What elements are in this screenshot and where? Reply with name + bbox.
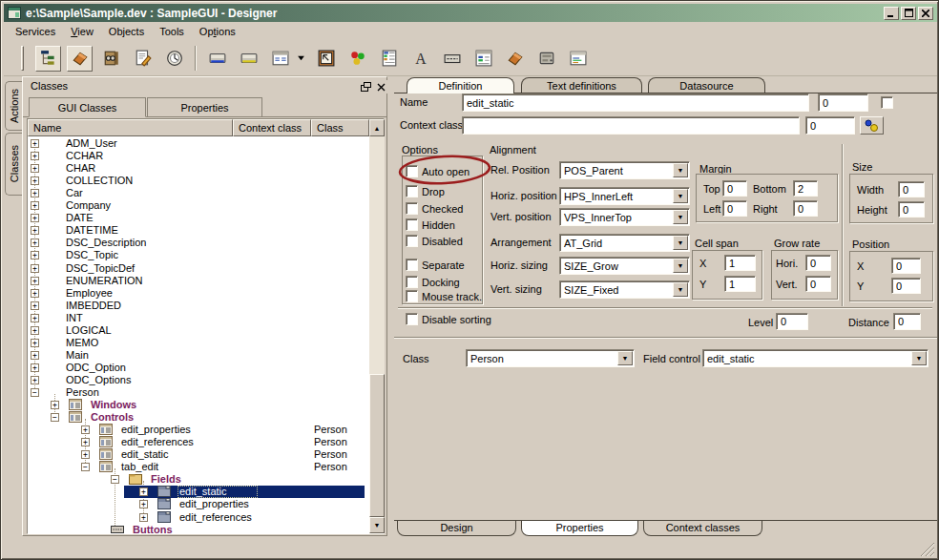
docking-checkbox[interactable]	[406, 276, 418, 288]
expand-icon[interactable]: +	[31, 289, 39, 298]
chevron-down-icon[interactable]: ▼	[911, 351, 927, 365]
close-button[interactable]	[918, 7, 933, 20]
expand-icon[interactable]: +	[31, 264, 39, 273]
expand-icon[interactable]: +	[31, 301, 39, 310]
tree-item-char[interactable]: +CHAR	[28, 162, 369, 175]
hierarchy-icon[interactable]	[35, 46, 61, 72]
tree-item-buttons[interactable]: Buttons	[28, 524, 369, 534]
tree-item-edit-properties[interactable]: +edit_propertiesPerson	[28, 424, 369, 436]
name-checkbox[interactable]	[881, 96, 893, 109]
column-header-class[interactable]: Class	[311, 119, 369, 136]
horiz-position-select[interactable]: HPS_InnerLeft▼	[559, 187, 690, 205]
expand-icon[interactable]: +	[31, 277, 39, 285]
tab-properties[interactable]: Properties	[521, 521, 638, 536]
manual-icon[interactable]	[98, 46, 124, 72]
expand-icon[interactable]: +	[31, 201, 39, 210]
edit-document-icon[interactable]	[130, 46, 156, 72]
expand-icon[interactable]: +	[31, 176, 39, 185]
tree-item-odc-option[interactable]: +ODC_Option	[28, 362, 369, 374]
disable-sorting-checkbox[interactable]	[406, 313, 418, 325]
side-tab-actions[interactable]: Actions	[5, 81, 22, 131]
drive-blue-icon[interactable]	[204, 46, 230, 72]
palette-icon[interactable]	[344, 46, 370, 72]
expand-icon[interactable]: +	[31, 251, 39, 259]
hidden-checkbox[interactable]	[406, 218, 418, 231]
vert-position-select[interactable]: VPS_InnerTop▼	[559, 208, 690, 226]
chevron-down-icon[interactable]: ▼	[673, 259, 688, 273]
tree-item-logical[interactable]: +LOGICAL	[28, 324, 369, 337]
tab-gui-classes[interactable]: GUI Classes	[29, 97, 146, 117]
report-icon[interactable]	[376, 46, 402, 72]
chevron-down-icon[interactable]: ▼	[673, 210, 688, 224]
arrangement-select[interactable]: AT_Grid▼	[559, 234, 690, 252]
tree-item-edit-static[interactable]: +edit_staticPerson	[28, 448, 369, 461]
menu-services[interactable]: Services	[8, 24, 63, 39]
margin-top-input[interactable]	[722, 180, 747, 197]
scrollbar-thumb[interactable]	[369, 374, 385, 517]
expand-icon[interactable]: +	[31, 351, 39, 360]
expand-icon[interactable]: +	[139, 513, 148, 522]
tab-datasource[interactable]: Datasource	[648, 77, 765, 93]
distance-input[interactable]	[893, 313, 921, 330]
grow-rate-vertical-input[interactable]	[805, 276, 831, 292]
column-header-name[interactable]: Name	[28, 119, 233, 136]
tree-item-company[interactable]: +Company	[28, 199, 369, 212]
expand-icon[interactable]: +	[31, 139, 39, 148]
disabled-checkbox[interactable]	[406, 235, 418, 247]
menu-tools[interactable]: Tools	[152, 24, 192, 39]
expand-icon[interactable]: +	[31, 363, 39, 372]
tree-item-odc-options[interactable]: +ODC_Options	[28, 374, 369, 386]
window-form-icon[interactable]	[267, 46, 293, 72]
separate-checkbox[interactable]	[406, 259, 418, 271]
expand-icon[interactable]: +	[31, 239, 39, 247]
margin-left-input[interactable]	[722, 200, 747, 217]
tree-item-employee[interactable]: +Employee	[28, 287, 369, 300]
tree-item-tab-edit[interactable]: −tab_editPerson	[28, 461, 369, 473]
expand-icon[interactable]: +	[31, 326, 39, 335]
level-input[interactable]	[776, 313, 808, 330]
chevron-down-icon[interactable]: ▼	[673, 236, 688, 250]
expand-icon[interactable]: +	[31, 152, 39, 160]
minimize-button[interactable]	[884, 7, 899, 20]
dialog-icon[interactable]	[565, 46, 591, 72]
tree-item-collection[interactable]: +COLLECTION	[28, 175, 369, 187]
detail-form-icon[interactable]	[470, 46, 496, 72]
tree-item-adm-user[interactable]: +ADM_User	[28, 137, 369, 150]
scroll-up-icon[interactable]: ▲	[369, 119, 385, 136]
vert-sizing-select[interactable]: SIZE_Fixed▼	[559, 280, 690, 299]
expand-icon[interactable]: +	[31, 189, 39, 197]
drop-checkbox[interactable]	[406, 185, 418, 197]
collapse-icon[interactable]: −	[51, 413, 59, 422]
tree-item-controls[interactable]: −Controls	[28, 411, 369, 424]
expand-icon[interactable]: +	[31, 226, 39, 235]
expand-icon[interactable]: +	[31, 339, 39, 347]
expand-icon[interactable]: +	[51, 401, 59, 409]
collapse-icon[interactable]: −	[31, 388, 39, 397]
tree-item-enumeration[interactable]: +ENUMERATION	[28, 275, 369, 287]
mini-button-icon[interactable]	[439, 46, 465, 72]
dropdown-arrow-icon[interactable]	[295, 46, 307, 72]
checked-checkbox[interactable]	[406, 202, 418, 215]
close-panel-icon[interactable]	[374, 80, 387, 93]
eraser-icon[interactable]	[67, 46, 93, 72]
tree-item-edit-references[interactable]: +edit_references	[28, 511, 369, 524]
expand-icon[interactable]: +	[31, 314, 39, 322]
font-icon[interactable]: A	[407, 46, 433, 72]
tree-item-dsc-topic[interactable]: +DSC_Topic	[28, 249, 369, 261]
tree-item-edit-properties[interactable]: +edit_properties	[28, 498, 369, 510]
tree-item-datetime[interactable]: +DATETIME	[28, 224, 369, 237]
tab-properties-left[interactable]: Properties	[147, 97, 262, 117]
resize-grip[interactable]	[915, 543, 934, 556]
position-y-input[interactable]	[891, 278, 921, 294]
expand-icon[interactable]: +	[81, 438, 90, 446]
horiz-sizing-select[interactable]: SIZE_Grow▼	[559, 257, 690, 275]
tree-item-windows[interactable]: +Windows	[28, 399, 369, 411]
session-clock-icon[interactable]	[161, 46, 187, 72]
expand-icon[interactable]: +	[139, 500, 148, 508]
scroll-down-icon[interactable]: ▼	[369, 517, 385, 533]
tree-item-memo[interactable]: +MEMO	[28, 337, 369, 349]
mouse-track-checkbox[interactable]	[406, 290, 418, 302]
auto-open-checkbox[interactable]	[406, 165, 418, 177]
size-height-input[interactable]	[898, 201, 925, 218]
class-select[interactable]: Person ▼	[466, 349, 635, 367]
